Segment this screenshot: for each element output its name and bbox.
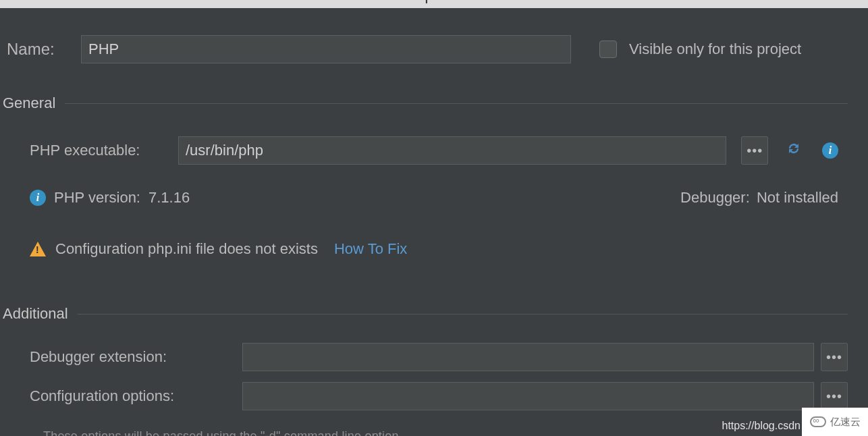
debugger-extension-input[interactable]	[242, 343, 814, 371]
footer-url: https://blog.csdn	[722, 420, 801, 432]
php-executable-label: PHP executable:	[30, 142, 163, 159]
warning-row: Configuration php.ini file does not exis…	[0, 207, 868, 258]
config-options-row: Configuration options: •••	[30, 382, 853, 410]
php-version-label: PHP version:	[54, 189, 140, 207]
visible-only-checkbox-wrap[interactable]: Visible only for this project	[599, 40, 801, 58]
additional-header-label: Additional	[3, 305, 68, 323]
titlebar: Interpreters	[0, 0, 868, 8]
visible-only-label: Visible only for this project	[629, 40, 801, 58]
info-icon: i	[30, 190, 46, 206]
warning-icon	[30, 242, 46, 256]
config-options-label: Configuration options:	[30, 387, 236, 405]
divider	[78, 314, 848, 315]
how-to-fix-link[interactable]: How To Fix	[334, 240, 407, 258]
cloud-icon	[810, 416, 826, 427]
refresh-button[interactable]	[786, 140, 802, 161]
name-input[interactable]	[81, 35, 571, 63]
divider	[65, 103, 848, 104]
visible-only-checkbox[interactable]	[599, 40, 617, 58]
debugger-extension-row: Debugger extension: •••	[30, 343, 853, 371]
name-label: Name:	[7, 40, 67, 59]
debugger-extension-label: Debugger extension:	[30, 348, 236, 366]
php-executable-input[interactable]	[178, 136, 726, 165]
warning-text: Configuration php.ini file does not exis…	[55, 240, 318, 258]
watermark-text: 亿速云	[830, 416, 861, 429]
watermark: 亿速云	[802, 408, 868, 436]
titlebar-title: Interpreters	[391, 0, 478, 4]
php-version-row: i PHP version: 7.1.16 Debugger: Not inst…	[0, 165, 868, 207]
info-button[interactable]: i	[822, 142, 838, 159]
config-options-browse-button[interactable]: •••	[821, 382, 848, 410]
php-executable-row: PHP executable: ••• i	[30, 136, 838, 165]
refresh-icon	[786, 140, 802, 157]
debugger-extension-browse-button[interactable]: •••	[821, 343, 848, 371]
debugger-value: Not installed	[757, 189, 838, 206]
debugger-label: Debugger:	[680, 189, 750, 206]
general-header-label: General	[3, 94, 55, 112]
name-row: Name: Visible only for this project	[0, 8, 868, 63]
general-header: General	[0, 63, 868, 112]
browse-button[interactable]: •••	[741, 136, 768, 165]
additional-header: Additional	[0, 258, 868, 323]
php-version-value: 7.1.16	[148, 189, 190, 207]
debugger-status: Debugger: Not installed	[680, 189, 838, 207]
config-options-input[interactable]	[242, 382, 814, 410]
